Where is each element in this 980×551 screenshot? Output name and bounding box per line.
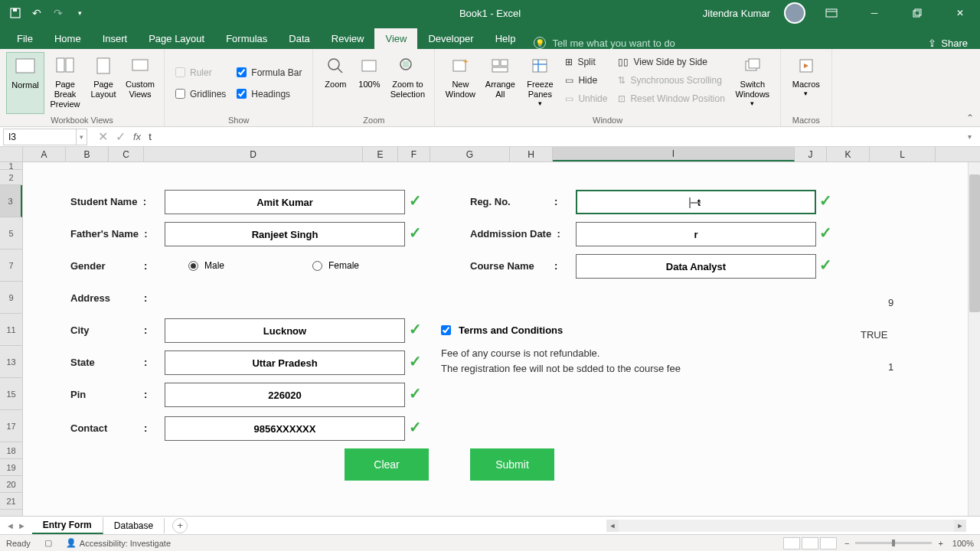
ribbon-mode-icon[interactable] [815, 0, 848, 26]
avatar[interactable] [784, 2, 805, 24]
cells-area[interactable]: Student Name : Amit Kumar ✓ Reg. No. : t… [23, 162, 980, 516]
zoom-selection-button[interactable]: Zoom to Selection [387, 52, 428, 114]
scrollbar-thumb[interactable] [969, 174, 980, 312]
gender-male-radio[interactable]: Male [188, 260, 224, 271]
student-name-input[interactable]: Amit Kumar [165, 190, 405, 214]
vertical-scrollbar[interactable] [968, 162, 980, 516]
hscroll-left-icon[interactable]: ◄ [606, 520, 619, 532]
tab-review[interactable]: Review [321, 28, 375, 49]
terms-checkbox[interactable]: Terms and Conditions [441, 324, 563, 336]
row-header[interactable]: 15 [0, 378, 22, 410]
col-header-l[interactable]: L [870, 147, 936, 161]
freeze-panes-button[interactable]: Freeze Panes▾ [521, 52, 559, 114]
tab-data[interactable]: Data [278, 28, 320, 49]
accessibility-icon[interactable]: 👤 [66, 538, 77, 548]
col-header-e[interactable]: E [363, 147, 398, 161]
fathers-name-input[interactable]: Ranjeet Singh [165, 222, 405, 246]
user-name[interactable]: Jitendra Kumar [703, 8, 770, 19]
hscroll-right-icon[interactable]: ► [954, 520, 966, 532]
maximize-icon[interactable] [900, 0, 934, 26]
gridlines-checkbox[interactable]: Gridlines [175, 89, 226, 99]
page-layout-button[interactable]: Page Layout [86, 52, 121, 114]
row-header[interactable]: 19 [0, 459, 22, 476]
col-header-h[interactable]: H [510, 147, 553, 161]
contact-input[interactable]: 9856XXXXXX [165, 416, 405, 441]
split-button[interactable]: ⊞Split [565, 55, 607, 69]
col-header-k[interactable]: K [827, 147, 870, 161]
tab-insert[interactable]: Insert [92, 28, 139, 49]
row-header[interactable]: 9 [0, 282, 22, 314]
switch-windows-button[interactable]: Switch Windows▾ [731, 52, 774, 114]
zoom-in-icon[interactable]: + [938, 539, 942, 548]
select-all-corner[interactable] [0, 147, 23, 161]
pin-input[interactable]: 226020 [165, 383, 405, 407]
gender-female-radio[interactable]: Female [312, 260, 359, 271]
col-header-d[interactable]: D [144, 147, 363, 161]
close-icon[interactable]: ✕ [943, 0, 977, 26]
page-layout-view-btn[interactable] [802, 537, 818, 549]
row-header[interactable]: 7 [0, 249, 22, 282]
col-header-f[interactable]: F [398, 147, 430, 161]
formula-input[interactable]: t [141, 131, 968, 142]
tab-home[interactable]: Home [44, 28, 92, 49]
row-header[interactable]: 1 [0, 162, 22, 170]
col-header-b[interactable]: B [66, 147, 109, 161]
accessibility-status[interactable]: Accessibility: Investigate [80, 539, 171, 548]
tab-developer[interactable]: Developer [417, 28, 484, 49]
macros-button[interactable]: Macros▾ [787, 52, 825, 114]
zoom-slider[interactable] [855, 542, 932, 544]
col-header-i[interactable]: I [553, 147, 795, 161]
tab-file[interactable]: File [6, 28, 44, 49]
hide-button[interactable]: ▭Hide [565, 73, 607, 87]
zoom-level[interactable]: 100% [952, 539, 974, 548]
formula-expand-icon[interactable]: ▾ [968, 132, 980, 141]
course-name-input[interactable]: Data Analyst [576, 254, 816, 279]
row-header[interactable]: 13 [0, 346, 22, 378]
row-header[interactable]: 11 [0, 314, 22, 346]
name-box[interactable]: I3 [3, 129, 77, 145]
zoom-100-button[interactable]: 100% [353, 52, 385, 114]
side-by-side-button[interactable]: ▯▯View Side by Side [618, 55, 724, 69]
col-header-j[interactable]: J [795, 147, 827, 161]
page-break-button[interactable]: Page Break Preview [46, 52, 84, 114]
clear-button[interactable]: Clear [345, 448, 429, 481]
col-header-g[interactable]: G [430, 147, 510, 161]
headings-checkbox[interactable]: Headings [237, 89, 302, 99]
enter-formula-icon[interactable]: ✓ [116, 129, 126, 144]
row-header[interactable]: 3 [0, 185, 22, 217]
tab-help[interactable]: Help [485, 28, 527, 49]
zoom-out-icon[interactable]: − [844, 539, 849, 548]
tell-me-search[interactable]: 💡 Tell me what you want to do [534, 37, 675, 49]
name-box-dropdown-icon[interactable]: ▾ [77, 129, 87, 145]
arrange-all-button[interactable]: Arrange All [481, 52, 519, 114]
submit-button[interactable]: Submit [470, 448, 554, 481]
horizontal-scrollbar[interactable]: ◄ ► [606, 520, 966, 532]
formula-bar-checkbox[interactable]: Formula Bar [237, 67, 302, 78]
new-window-button[interactable]: ✦ New Window [441, 52, 479, 114]
sheet-nav-next-icon[interactable]: ► [18, 521, 26, 530]
sheet-nav-prev-icon[interactable]: ◄ [6, 521, 15, 530]
normal-view-button[interactable]: Normal [6, 52, 44, 114]
tab-page-layout[interactable]: Page Layout [138, 28, 215, 49]
row-header[interactable]: 2 [0, 170, 22, 185]
share-button[interactable]: ⇪ Share [928, 37, 968, 49]
sheet-tab-entry-form[interactable]: Entry Form [32, 517, 103, 534]
sheet-tab-database[interactable]: Database [103, 518, 165, 533]
zoom-button[interactable]: Zoom [319, 52, 351, 114]
row-header[interactable]: 5 [0, 217, 22, 249]
add-sheet-button[interactable]: + [172, 518, 188, 533]
fx-icon[interactable]: fx [133, 131, 141, 142]
col-header-c[interactable]: C [109, 147, 144, 161]
city-input[interactable]: Lucknow [165, 318, 405, 343]
checkbox-icon[interactable] [441, 325, 451, 335]
minimize-icon[interactable]: ─ [858, 0, 891, 26]
qat-dropdown-icon[interactable]: ▾ [72, 5, 87, 21]
collapse-ribbon-icon[interactable]: ⌃ [966, 112, 974, 123]
page-break-view-btn[interactable] [820, 537, 837, 549]
normal-view-btn[interactable] [783, 537, 800, 549]
custom-views-button[interactable]: Custom Views [122, 52, 158, 114]
row-header[interactable]: 20 [0, 476, 22, 493]
row-header[interactable]: 21 [0, 493, 22, 510]
tab-formulas[interactable]: Formulas [215, 28, 278, 49]
row-header[interactable]: 18 [0, 442, 22, 459]
